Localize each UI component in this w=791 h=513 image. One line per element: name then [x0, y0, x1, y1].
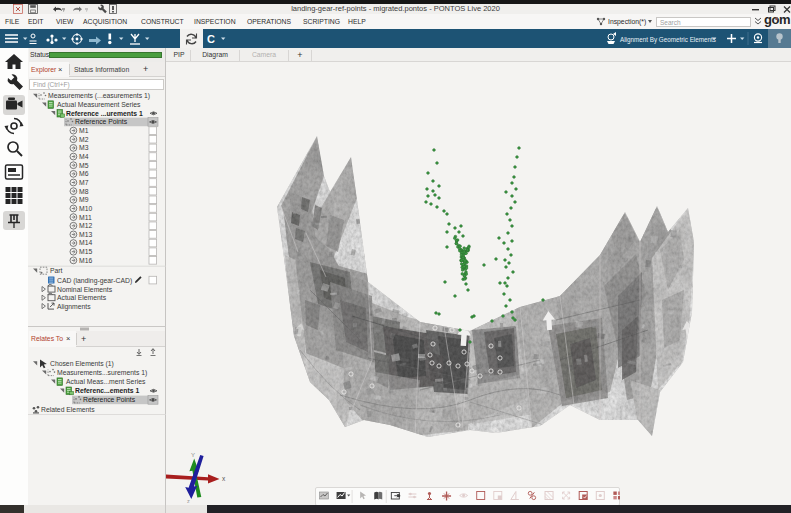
svg-text:z: z — [187, 498, 190, 504]
svg-text:C: C — [207, 33, 215, 45]
svg-text:x: x — [222, 475, 226, 482]
svg-text:Y: Y — [191, 452, 195, 458]
svg-text:Alignment By Geometric Element: Alignment By Geometric Elements — [620, 36, 716, 44]
